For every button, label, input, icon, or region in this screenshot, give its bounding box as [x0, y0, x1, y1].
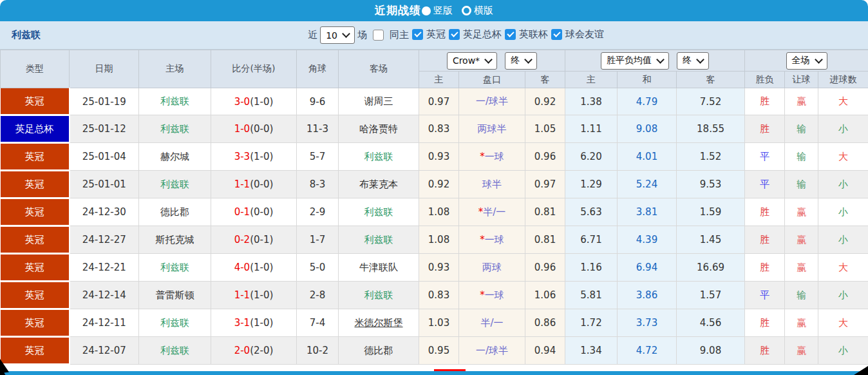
league-label: 英冠 — [426, 28, 446, 41]
avg-home-odds-cell: 6.71 — [565, 226, 618, 254]
handicap-odds-home-cell: 1.08 — [419, 226, 459, 254]
league-checkbox[interactable] — [449, 29, 460, 40]
home-team-cell[interactable]: 利兹联 — [139, 309, 211, 337]
score-cell: 3-3(1-0) — [211, 143, 297, 171]
table-row: 英冠25-01-01利兹联1-1(0-0)8-3布莱克本0.92球半0.971.… — [1, 171, 868, 198]
subheader-goals: 进球数 — [818, 72, 868, 88]
home-team-cell[interactable]: 利兹联 — [139, 115, 211, 143]
same-home-checkbox[interactable] — [373, 30, 384, 41]
handicap-odds-away-cell: 0.92 — [525, 88, 565, 115]
vertical-layout-radio[interactable] — [422, 6, 431, 15]
date-cell: 24-12-11 — [70, 309, 139, 337]
handicap-time-select[interactable]: 终 — [505, 52, 537, 70]
result-cell: 胜 — [745, 337, 785, 365]
match-count-select[interactable]: 10 — [320, 26, 355, 44]
subheader-result: 胜负 — [745, 72, 785, 88]
home-team-cell[interactable]: 德比郡 — [139, 198, 211, 226]
away-team-cell[interactable]: 利兹联 — [339, 226, 419, 254]
avg-odds-group-header: 胜平负均值 终 — [565, 50, 745, 72]
goals-result-cell: 小 — [818, 198, 868, 226]
period-select[interactable]: 全场 — [786, 52, 827, 70]
avg-time-select[interactable]: 终 — [677, 52, 709, 70]
table-row: 英冠25-01-19利兹联3-0(1-0)9-6谢周三0.97一/球半0.921… — [1, 88, 868, 115]
away-team-cell[interactable]: 利兹联 — [339, 143, 419, 171]
games-label: 场 — [357, 29, 367, 41]
away-team-cell[interactable]: 利兹联 — [339, 282, 419, 309]
avg-away-odds-cell: 1.59 — [677, 198, 745, 226]
away-team-cell[interactable]: 布莱克本 — [339, 171, 419, 198]
away-team-cell[interactable]: 哈洛贾特 — [339, 115, 419, 143]
away-team-cell[interactable]: 米德尔斯堡 — [339, 309, 419, 337]
home-team-cell[interactable]: 斯托克城 — [139, 226, 211, 254]
bottom-accent-bar — [0, 371, 868, 375]
goals-result-cell: 小 — [818, 337, 868, 365]
date-cell: 25-01-01 — [70, 171, 139, 198]
avg-draw-odds-cell: 4.79 — [618, 88, 677, 115]
vertical-layout-label[interactable]: 竖版 — [433, 5, 453, 17]
goals-result-cell: 小 — [818, 226, 868, 254]
subheader-avg-draw: 和 — [618, 72, 677, 88]
away-team-cell[interactable]: 谢周三 — [339, 88, 419, 115]
handicap-odds-home-cell: 1.03 — [419, 309, 459, 337]
avg-draw-odds-cell: 5.24 — [618, 171, 677, 198]
away-team-cell[interactable]: 德比郡 — [339, 337, 419, 365]
handicap-line-cell: *半/一 — [459, 198, 525, 226]
away-team-cell[interactable]: 利兹联 — [339, 198, 419, 226]
chevron-down-icon — [696, 55, 704, 64]
score-cell: 3-0(1-0) — [211, 88, 297, 115]
handicap-odds-away-cell: 1.06 — [525, 282, 565, 309]
goals-result-cell: 小 — [818, 115, 868, 143]
table-row: 英冠24-12-30德比郡0-1(0-0)2-9利兹联1.08*半/一0.815… — [1, 198, 868, 226]
corners-cell: 5-0 — [297, 254, 339, 282]
result-cell: 胜 — [745, 254, 785, 282]
league-label: 英联杯 — [519, 28, 548, 41]
corners-cell: 2-8 — [297, 282, 339, 309]
league-checkbox[interactable] — [505, 29, 516, 40]
handicap-line-cell: 两球 — [459, 254, 525, 282]
horizontal-layout-radio[interactable] — [462, 6, 471, 15]
home-team-cell[interactable]: 利兹联 — [139, 254, 211, 282]
col-header-corners: 角球 — [297, 50, 339, 88]
avg-home-odds-cell: 1.16 — [565, 254, 618, 282]
handicap-odds-group-header: Crow* 终 — [419, 50, 565, 72]
panel-title: 近期战绩 — [375, 3, 421, 18]
handicap-odds-away-cell: 0.96 — [525, 143, 565, 171]
bookmaker-select[interactable]: Crow* — [447, 52, 497, 70]
date-cell: 24-12-30 — [70, 198, 139, 226]
result-cell: 平 — [745, 282, 785, 309]
handicap-result-cell: 输 — [785, 171, 818, 198]
league-filter-item: 英足总杯 — [448, 28, 504, 41]
avg-away-odds-cell: 1.52 — [677, 143, 745, 171]
league-checkbox[interactable] — [551, 29, 562, 40]
home-team-cell[interactable]: 普雷斯顿 — [139, 282, 211, 309]
league-checkbox[interactable] — [412, 29, 423, 40]
corners-cell: 10-2 — [297, 337, 339, 365]
subheader-handicap: 盘口 — [459, 72, 525, 88]
home-team-cell[interactable]: 利兹联 — [139, 337, 211, 365]
home-team-cell[interactable]: 赫尔城 — [139, 143, 211, 171]
score-cell: 0-1(0-0) — [211, 198, 297, 226]
avg-home-odds-cell: 1.29 — [565, 171, 618, 198]
handicap-odds-away-cell: 0.86 — [525, 309, 565, 337]
table-row: 英冠24-12-11利兹联3-1(1-0)7-4米德尔斯堡1.03半/一0.86… — [1, 309, 868, 337]
avg-away-odds-cell: 9.53 — [677, 171, 745, 198]
chevron-down-icon — [342, 30, 350, 38]
table-row: 英冠24-12-27斯托克城0-2(0-1)1-7利兹联1.08*一球0.816… — [1, 226, 868, 254]
home-team-cell[interactable]: 利兹联 — [139, 171, 211, 198]
goals-result-cell: 小 — [818, 171, 868, 198]
avg-away-odds-cell: 9.08 — [677, 337, 745, 365]
corners-cell: 9-6 — [297, 88, 339, 115]
col-header-type: 类型 — [1, 50, 70, 88]
handicap-line-cell: *一球 — [459, 143, 525, 171]
home-team-cell[interactable]: 利兹联 — [139, 88, 211, 115]
handicap-result-cell: 输 — [785, 282, 818, 309]
avg-home-odds-cell: 5.63 — [565, 198, 618, 226]
league-type-cell: 英冠 — [1, 198, 70, 226]
score-cell: 1-1(1-0) — [211, 282, 297, 309]
avg-draw-odds-cell: 4.01 — [618, 143, 677, 171]
avg-odds-select[interactable]: 胜平负均值 — [601, 52, 669, 70]
handicap-odds-home-cell: 0.95 — [419, 337, 459, 365]
away-team-cell[interactable]: 牛津联队 — [339, 254, 419, 282]
handicap-odds-home-cell: 0.93 — [419, 143, 459, 171]
horizontal-layout-label[interactable]: 横版 — [474, 5, 493, 17]
